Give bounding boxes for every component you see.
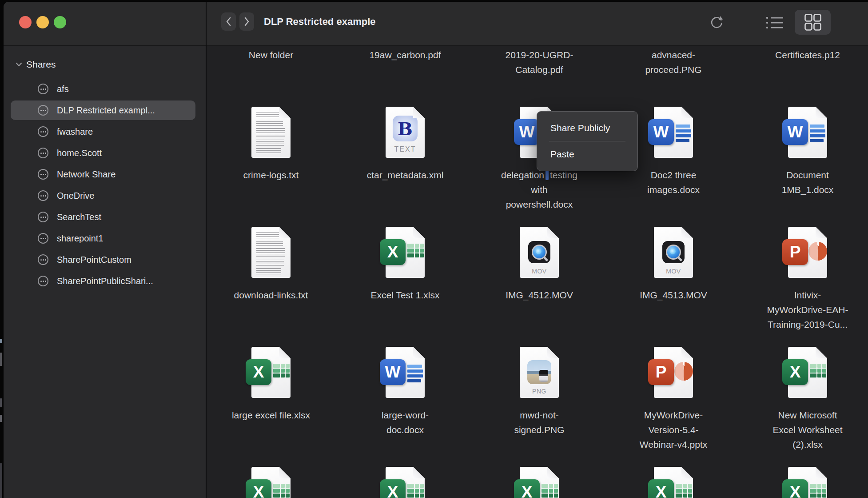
file-icon-xlsx: X bbox=[251, 467, 291, 498]
file-label-line: with bbox=[501, 182, 577, 197]
background-window-fragment bbox=[0, 353, 2, 366]
file-icon-slot: MOV bbox=[606, 227, 741, 278]
shares-section-header[interactable]: Shares bbox=[16, 59, 56, 70]
file-item-intivix-myworkdrive-eah-training-2019-cu...[interactable]: PIntivix-MyWorkDrive-EAH-Training-2019-C… bbox=[741, 227, 868, 332]
file-label: IMG_4513.MOV bbox=[640, 288, 707, 302]
sidebar-item-fwashare[interactable]: fwashare bbox=[11, 122, 195, 141]
sidebar-item-network-share[interactable]: Network Share bbox=[11, 165, 195, 184]
share-circle-icon bbox=[38, 148, 48, 158]
background-window-fragment bbox=[0, 398, 2, 407]
refresh-button[interactable] bbox=[708, 14, 725, 32]
context-menu-item-paste[interactable]: Paste bbox=[537, 143, 637, 166]
file-item[interactable]: X bbox=[472, 467, 606, 498]
list-view-button[interactable] bbox=[765, 15, 784, 30]
file-label-line: ctar_metadata.xml bbox=[367, 168, 444, 182]
word-text-lines bbox=[810, 124, 825, 142]
file-item-new-microsoft-excel-worksheet-2-.xlsx[interactable]: XNew MicrosoftExcel Worksheet(2).xlsx bbox=[741, 347, 868, 452]
file-item-2019-20-ugrd-catalog.pdf[interactable]: 2019-20-UGRD-Catalog.pdf bbox=[472, 46, 606, 77]
sidebar-item-sharepointcustom[interactable]: SharePointCustom bbox=[11, 250, 195, 269]
sidebar-item-searchtest[interactable]: SearchTest bbox=[11, 207, 195, 227]
file-item[interactable]: X bbox=[338, 467, 472, 498]
sidebar-item-sharepointpublicshari-[interactable]: SharePointPublicShari... bbox=[11, 271, 195, 291]
file-item-img-4513.mov[interactable]: MOVIMG_4513.MOV bbox=[606, 227, 741, 332]
excel-badge-icon: X bbox=[782, 479, 808, 498]
file-icon-xlsx: X bbox=[654, 467, 693, 498]
file-item-img-4512.mov[interactable]: MOVIMG_4512.MOV bbox=[472, 227, 606, 332]
context-menu-item-share-publicly[interactable]: Share Publicly bbox=[537, 116, 637, 140]
page-fold bbox=[279, 227, 291, 238]
sidebar-item-label: SharePointCustom bbox=[57, 255, 131, 265]
background-window-fragment bbox=[0, 415, 2, 422]
file-item-mwd-not-signed.png[interactable]: PNGmwd-not-signed.PNG bbox=[472, 347, 606, 452]
sidebar-item-afs[interactable]: afs bbox=[11, 79, 195, 99]
file-grid-row: New folder19aw_carbon.pdf2019-20-UGRD-Ca… bbox=[207, 46, 868, 77]
sidebar-item-dlp-restricted-exampl-[interactable]: DLP Restricted exampl... bbox=[11, 100, 195, 120]
file-icon-txt bbox=[251, 107, 291, 158]
file-icon-pptx: P bbox=[788, 227, 827, 278]
file-item-large-word-doc.docx[interactable]: Wlarge-word-doc.docx bbox=[338, 347, 472, 452]
file-item-ctar-metadata.xml[interactable]: BTEXTctar_metadata.xml bbox=[338, 107, 472, 212]
file-label-line: 19aw_carbon.pdf bbox=[369, 48, 441, 62]
excel-cells-icon bbox=[542, 484, 558, 498]
sidebar-item-sharepoint1[interactable]: sharepoint1 bbox=[11, 229, 195, 248]
excel-badge-icon: X bbox=[782, 359, 808, 385]
file-label-line: MyWorkDrive- bbox=[640, 408, 708, 422]
share-circle-icon bbox=[38, 190, 48, 201]
quicktime-icon bbox=[662, 241, 685, 263]
file-label-line: doc.docx bbox=[382, 422, 429, 437]
zoom-button[interactable] bbox=[54, 16, 66, 28]
file-label: Intivix-MyWorkDrive-EAH-Training-2019-Cu… bbox=[767, 288, 848, 332]
minimize-button[interactable] bbox=[36, 16, 49, 28]
file-label-line: advnaced- bbox=[645, 48, 701, 62]
file-label-line: 2019-20-UGRD- bbox=[506, 48, 573, 62]
file-icon-mov: MOV bbox=[520, 227, 559, 278]
page-fold bbox=[279, 347, 291, 358]
file-item[interactable]: X bbox=[207, 467, 338, 498]
file-icon-slot bbox=[207, 107, 338, 158]
file-icon-slot: P bbox=[741, 227, 868, 278]
file-icon-slot: PNG bbox=[472, 347, 606, 398]
excel-badge-icon: X bbox=[246, 359, 271, 385]
sidebar: Shares afsDLP Restricted exampl...fwasha… bbox=[4, 46, 206, 498]
file-label-line: Catalog.pdf bbox=[506, 62, 573, 77]
sidebar-item-home-scott[interactable]: home.Scott bbox=[11, 143, 195, 163]
forward-button[interactable] bbox=[239, 12, 254, 31]
file-icon-slot: X bbox=[606, 467, 741, 498]
sidebar-item-onedrive[interactable]: OneDrive bbox=[11, 186, 195, 205]
file-label-line: download-links.txt bbox=[234, 288, 308, 302]
file-icon-slot: P bbox=[606, 347, 741, 398]
file-icon-mov: MOV bbox=[654, 227, 693, 278]
chevron-right-icon bbox=[244, 17, 250, 26]
file-label: 2019-20-UGRD-Catalog.pdf bbox=[506, 48, 573, 77]
file-item-large-excel-file.xlsx[interactable]: Xlarge excel file.xlsx bbox=[207, 347, 338, 452]
file-item-19aw-carbon.pdf[interactable]: 19aw_carbon.pdf bbox=[338, 46, 472, 77]
page-fold bbox=[681, 227, 693, 238]
file-item[interactable]: X bbox=[606, 467, 741, 498]
file-item-myworkdrive-version-5.4-webinar-v4.pptx[interactable]: PMyWorkDrive-Version-5.4-Webinar-v4.pptx bbox=[606, 347, 741, 452]
close-button[interactable] bbox=[19, 16, 32, 28]
file-label: download-links.txt bbox=[234, 288, 308, 302]
file-label-line: New folder bbox=[249, 48, 293, 62]
file-item-certificates.p12[interactable]: Certificates.p12 bbox=[741, 46, 868, 77]
chevron-left-icon bbox=[226, 17, 231, 26]
file-item-advnaced-proceed.png[interactable]: advnaced-proceed.PNG bbox=[606, 46, 741, 77]
file-item-document-1mb-1.docx[interactable]: WDocument1MB_1.docx bbox=[741, 107, 868, 212]
file-item-download-links.txt[interactable]: download-links.txt bbox=[207, 227, 338, 332]
share-circle-icon bbox=[38, 254, 48, 265]
back-button[interactable] bbox=[221, 12, 236, 31]
chevron-down-icon[interactable] bbox=[16, 62, 22, 67]
file-icon-xlsx: X bbox=[788, 347, 827, 398]
file-item-new-folder[interactable]: New folder bbox=[207, 46, 338, 77]
page-fold bbox=[413, 227, 425, 238]
file-icon-slot: W bbox=[338, 347, 472, 398]
page-fold bbox=[816, 467, 827, 478]
sidebar-item-label: OneDrive bbox=[57, 191, 94, 201]
sidebar-content-divider bbox=[206, 2, 207, 498]
file-item-crime-logs.txt[interactable]: crime-logs.txt bbox=[207, 107, 338, 212]
sidebar-item-label: DLP Restricted exampl... bbox=[57, 105, 155, 116]
file-item-excel-test-1.xlsx[interactable]: XExcel Test 1.xlsx bbox=[338, 227, 472, 332]
file-label-line: Intivix- bbox=[767, 288, 848, 302]
file-label: advnaced-proceed.PNG bbox=[645, 48, 701, 77]
grid-view-button[interactable] bbox=[795, 10, 831, 35]
file-item[interactable]: X bbox=[741, 467, 868, 498]
